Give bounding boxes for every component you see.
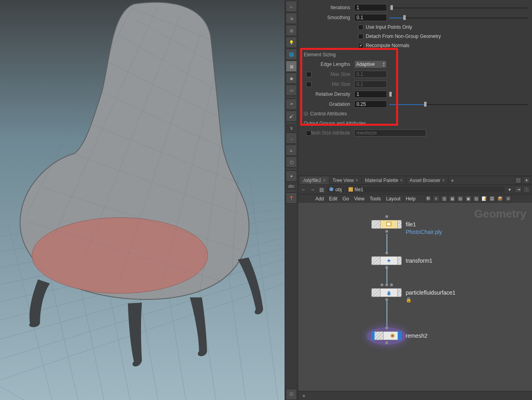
checkbox-detach[interactable] bbox=[358, 34, 363, 39]
param-smoothing-slider[interactable] bbox=[389, 14, 528, 21]
tool-gear-icon[interactable]: ⚙ bbox=[505, 195, 512, 202]
tool-box-icon[interactable]: 📦 bbox=[497, 195, 504, 202]
label-control-attributes: Control Attributes bbox=[310, 111, 347, 117]
param-iterations-input[interactable] bbox=[354, 4, 387, 11]
path-chevron-icon[interactable]: ▾ bbox=[506, 186, 513, 193]
node-input-dot[interactable] bbox=[385, 215, 388, 218]
shelf-ruler-icon[interactable]: ⊾ bbox=[286, 145, 297, 156]
pane-menu-icon[interactable]: ▾ bbox=[523, 177, 530, 184]
section-control-attributes[interactable]: + Control Attributes bbox=[304, 111, 528, 117]
dropdown-edge-lengths[interactable]: Adaptive ▴▾ bbox=[354, 60, 387, 68]
tool-align-icon[interactable]: ▥ bbox=[441, 195, 448, 202]
shelf-angle-icon[interactable]: ⦦ bbox=[286, 133, 297, 144]
tab-material-palette[interactable]: Material Palette × bbox=[362, 176, 406, 184]
node-transform1[interactable]: transform1 bbox=[371, 256, 432, 265]
param-gradation-row: Gradation bbox=[302, 100, 528, 109]
node-display-flag[interactable] bbox=[371, 331, 375, 340]
path-opts-icon[interactable]: ⋮ bbox=[523, 186, 530, 193]
node-input-dot[interactable] bbox=[390, 283, 393, 286]
shelf-target-icon[interactable]: ◎ bbox=[286, 25, 297, 36]
node-input-dot[interactable] bbox=[385, 251, 388, 254]
close-icon[interactable]: × bbox=[442, 178, 445, 183]
node-body-transform1[interactable] bbox=[371, 256, 402, 265]
shelf-pipette-icon[interactable]: 𝄏 bbox=[286, 99, 297, 110]
pin-icon[interactable]: ⇥ bbox=[515, 186, 522, 193]
node-input-dot[interactable] bbox=[385, 327, 388, 329]
checkbox-min-size[interactable] bbox=[306, 82, 311, 87]
nav-back-icon[interactable]: ← bbox=[300, 186, 307, 193]
param-iterations-slider[interactable] bbox=[389, 4, 528, 11]
node-input-dot[interactable] bbox=[381, 283, 383, 286]
path-crumb-obj[interactable]: obj bbox=[327, 186, 344, 193]
menu-layout[interactable]: Layout bbox=[386, 196, 400, 202]
param-relative-density-input[interactable] bbox=[354, 91, 387, 98]
close-icon[interactable]: × bbox=[323, 178, 326, 183]
viewport-3d[interactable] bbox=[0, 0, 285, 400]
menu-help[interactable]: Help bbox=[406, 196, 416, 202]
node-render-flag[interactable] bbox=[398, 331, 402, 340]
checkbox-max-size[interactable] bbox=[306, 72, 311, 77]
node-output-dot[interactable] bbox=[385, 341, 388, 344]
tool-sheet-icon[interactable]: ▣ bbox=[465, 195, 472, 202]
shelf-marker-icon[interactable]: 📍 bbox=[286, 192, 297, 204]
node-remesh2[interactable]: remesh2 bbox=[371, 331, 427, 340]
node-body-remesh2[interactable] bbox=[371, 331, 402, 340]
nav-dropdown-icon[interactable]: ▤ bbox=[318, 186, 325, 193]
node-body-file1[interactable] bbox=[371, 220, 402, 229]
checkbox-use-input-points[interactable] bbox=[358, 25, 363, 30]
shelf-home-icon[interactable]: ⌂ bbox=[286, 1, 297, 12]
checkbox-recompute-normals[interactable] bbox=[358, 43, 363, 48]
pane-maximize-icon[interactable]: ▢ bbox=[515, 177, 522, 184]
param-gradation-slider[interactable] bbox=[389, 101, 528, 108]
param-smoothing-input[interactable] bbox=[354, 14, 387, 21]
shelf-bulb-icon[interactable]: 💡 bbox=[286, 37, 297, 48]
tab-tree-view[interactable]: Tree View × bbox=[329, 176, 362, 184]
node-input-dot[interactable] bbox=[385, 283, 388, 286]
shelf-grid-icon[interactable]: ▭ bbox=[286, 85, 297, 96]
shelf-frame-icon[interactable]: ▢ bbox=[286, 156, 297, 168]
node-particlefluidsurface1[interactable]: particlefluidsurface1 🔒 bbox=[371, 288, 456, 297]
menu-add[interactable]: Add bbox=[315, 196, 324, 202]
param-use-input-row: Use Input Points Only bbox=[302, 23, 528, 31]
param-gradation-input[interactable] bbox=[354, 101, 387, 108]
node-body-pfs1[interactable] bbox=[371, 288, 402, 297]
close-icon[interactable]: × bbox=[400, 178, 402, 183]
menu-go[interactable]: Go bbox=[343, 196, 349, 202]
tab-obj-file1[interactable]: /obj/file1 × bbox=[300, 176, 329, 184]
tool-image-icon[interactable]: 🖼 bbox=[489, 195, 496, 202]
param-relative-density-slider[interactable] bbox=[389, 91, 393, 98]
checkbox-mesh-size-attr[interactable] bbox=[306, 131, 311, 136]
tab-add-button[interactable]: + bbox=[448, 176, 456, 184]
menu-view[interactable]: View bbox=[354, 196, 365, 202]
node-output-dot[interactable] bbox=[385, 230, 388, 233]
tool-layers-icon[interactable]: ▧ bbox=[473, 195, 480, 202]
tool-note-icon[interactable]: 📝 bbox=[481, 195, 488, 202]
close-icon[interactable]: × bbox=[355, 178, 358, 183]
network-toolbar-icons: 🛠 ≡ ▥ ▦ ▤ ▣ ▧ 📝 🖼 📦 ⚙ bbox=[425, 195, 512, 202]
svg-point-20 bbox=[329, 187, 333, 191]
tool-list-icon[interactable]: ≡ bbox=[433, 195, 440, 202]
tool-palette-icon[interactable]: ▦ bbox=[449, 195, 456, 202]
shelf-brush-icon[interactable]: 🖌 bbox=[286, 111, 297, 122]
menu-tools[interactable]: Tools bbox=[370, 196, 381, 202]
list-icon[interactable]: ≡ bbox=[301, 392, 307, 399]
tab-asset-browser[interactable]: Asset Browser × bbox=[406, 176, 448, 184]
nav-forward-icon[interactable]: → bbox=[309, 186, 316, 193]
param-smoothing-label: Smoothing bbox=[302, 15, 354, 20]
network-graph[interactable]: Geometry file1 PhotoChair.ply bbox=[298, 203, 532, 391]
tool-wrench-icon[interactable]: 🛠 bbox=[425, 195, 432, 202]
path-crumb-file1-label: file1 bbox=[355, 187, 363, 192]
shelf-spot-icon[interactable]: ◉ bbox=[286, 73, 297, 84]
shelf-axes-icon[interactable]: ✦ bbox=[286, 170, 297, 182]
menu-edit[interactable]: Edit bbox=[329, 196, 337, 202]
shelf-cube-icon[interactable]: ▦ bbox=[286, 61, 297, 72]
tool-grid-icon[interactable]: ▤ bbox=[457, 195, 464, 202]
node-output-dot[interactable] bbox=[385, 298, 388, 301]
node-file1[interactable]: file1 PhotoChair.ply bbox=[371, 220, 416, 229]
path-crumb-file1[interactable]: file1 bbox=[346, 186, 504, 193]
shelf-info-icon[interactable]: ⓘ bbox=[286, 389, 297, 400]
shelf-arrow-icon[interactable]: ⇲ bbox=[286, 13, 297, 24]
plus-icon[interactable]: + bbox=[304, 112, 308, 116]
shelf-globe-icon[interactable]: 🌐 bbox=[286, 49, 297, 60]
node-output-dot[interactable] bbox=[385, 266, 388, 269]
